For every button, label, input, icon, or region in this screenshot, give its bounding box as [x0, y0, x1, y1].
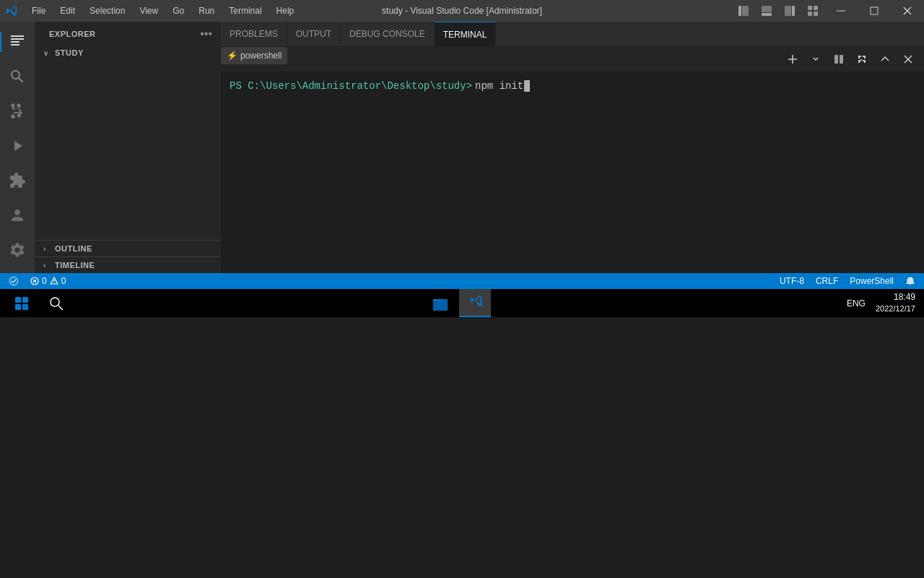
error-count: 0 — [42, 276, 47, 286]
new-terminal-button[interactable] — [783, 49, 803, 69]
timeline-chevron-icon: › — [43, 262, 55, 269]
terminal-prompt: PS C:\Users\Administrator\Desktop\study> — [230, 78, 472, 94]
layout-icons — [732, 0, 824, 22]
outline-header[interactable]: › OUTLINE — [35, 241, 221, 256]
terminal-cursor — [524, 80, 530, 92]
sidebar-more-button[interactable]: ••• — [200, 27, 212, 40]
activity-run-debug[interactable] — [0, 129, 35, 163]
menu-terminal[interactable]: Terminal — [223, 3, 267, 19]
svg-rect-29 — [433, 299, 448, 311]
svg-point-27 — [51, 298, 59, 306]
menu-file[interactable]: File — [26, 3, 51, 19]
outline-chevron-icon: › — [43, 245, 55, 253]
status-bar: 0 0 UTF-8 CRLF PowerShell — [0, 273, 924, 289]
line-ending-indicator[interactable]: CRLF — [813, 273, 841, 289]
svg-rect-14 — [834, 55, 838, 64]
terminal-toolbar: ⚡ powershell — [221, 47, 924, 72]
toggle-secondary-sidebar-icon[interactable] — [778, 0, 801, 22]
activity-search[interactable] — [0, 59, 35, 94]
svg-rect-2 — [762, 6, 772, 12]
activity-source-control[interactable] — [0, 94, 35, 129]
menu-selection[interactable]: Selection — [84, 3, 131, 19]
svg-rect-6 — [808, 6, 812, 10]
outline-title: OUTLINE — [55, 244, 92, 253]
svg-rect-1 — [742, 6, 749, 16]
powershell-instance[interactable]: ⚡ powershell — [221, 47, 287, 64]
terminal-instances: ⚡ powershell — [221, 47, 292, 72]
split-terminal-button[interactable] — [829, 49, 849, 69]
minimize-button[interactable] — [824, 0, 858, 22]
folder-name: STUDY — [55, 48, 84, 57]
notification-bell[interactable] — [902, 273, 918, 289]
activity-bar — [0, 22, 35, 273]
system-tray-lang[interactable]: ENG — [844, 296, 868, 311]
encoding-indicator[interactable]: UTF-8 — [777, 273, 807, 289]
svg-rect-24 — [22, 297, 28, 303]
activity-settings[interactable] — [0, 233, 35, 267]
timeline-title: TIMELINE — [55, 261, 95, 269]
tab-terminal[interactable]: TERMINAL — [435, 22, 497, 46]
kill-terminal-button[interactable] — [852, 49, 872, 69]
remote-indicator[interactable] — [6, 273, 22, 289]
terminal-dropdown-button[interactable] — [806, 49, 826, 69]
sidebar: EXPLORER ••• ∨ STUDY › OUTLINE › TIMELIN… — [35, 22, 221, 273]
date-label: 2022/12/17 — [876, 303, 915, 314]
taskbar-file-explorer[interactable] — [424, 289, 456, 317]
taskbar-center — [424, 289, 491, 317]
start-button[interactable] — [6, 289, 38, 317]
svg-rect-11 — [871, 7, 878, 14]
powershell-label: powershell — [240, 51, 282, 61]
svg-rect-4 — [785, 6, 791, 16]
titlebar-left: File Edit Selection View Go Run Terminal… — [6, 3, 300, 19]
tab-output[interactable]: OUTPUT — [287, 22, 341, 46]
time-label: 18:49 — [876, 291, 915, 303]
menu-view[interactable]: View — [134, 3, 164, 19]
svg-rect-0 — [738, 6, 741, 16]
close-button[interactable] — [891, 0, 924, 22]
tab-problems[interactable]: PROBLEMS — [221, 22, 287, 46]
timeline-section: › TIMELINE — [35, 256, 221, 273]
language-indicator[interactable]: PowerShell — [847, 273, 897, 289]
svg-line-28 — [58, 306, 63, 310]
errors-indicator[interactable]: 0 0 — [27, 273, 69, 289]
encoding-label: UTF-8 — [780, 276, 804, 286]
svg-rect-15 — [840, 55, 843, 64]
powershell-icon: ⚡ — [227, 51, 237, 61]
svg-rect-7 — [814, 6, 818, 10]
svg-rect-23 — [15, 297, 21, 303]
toggle-primary-sidebar-icon[interactable] — [732, 0, 755, 22]
menu-run[interactable]: Run — [193, 3, 220, 19]
folder-study[interactable]: ∨ STUDY — [35, 45, 221, 61]
close-panel-button[interactable] — [898, 49, 918, 69]
taskbar-vscode[interactable] — [459, 289, 491, 317]
menu-go[interactable]: Go — [167, 3, 190, 19]
terminal-command: npm init — [475, 78, 523, 94]
line-ending-label: CRLF — [816, 276, 838, 286]
maximize-panel-button[interactable] — [875, 49, 895, 69]
svg-rect-8 — [808, 12, 812, 16]
menu-help[interactable]: Help — [271, 3, 300, 19]
vscode-logo-icon — [6, 5, 17, 17]
restore-button[interactable] — [858, 0, 891, 22]
timeline-header[interactable]: › TIMELINE — [35, 257, 221, 273]
activity-extensions[interactable] — [0, 163, 35, 198]
titlebar: File Edit Selection View Go Run Terminal… — [0, 0, 924, 22]
window-title: study - Visual Studio Code [Administrato… — [382, 6, 542, 16]
menu-edit[interactable]: Edit — [54, 3, 81, 19]
menu-bar: File Edit Selection View Go Run Terminal… — [26, 3, 300, 19]
svg-rect-5 — [792, 6, 795, 16]
tab-debug-console[interactable]: DEBUG CONSOLE — [341, 22, 435, 46]
language-label: PowerShell — [850, 276, 894, 286]
sidebar-header: EXPLORER ••• — [35, 22, 221, 45]
search-button[interactable] — [40, 289, 72, 317]
toggle-panel-icon[interactable] — [755, 0, 778, 22]
activity-explorer[interactable] — [0, 25, 35, 59]
explorer-tree: ∨ STUDY — [35, 45, 221, 240]
svg-rect-10 — [837, 11, 845, 12]
activity-account[interactable] — [0, 198, 35, 233]
system-tray-clock[interactable]: 18:49 2022/12/17 — [873, 296, 918, 311]
customize-layout-icon[interactable] — [801, 0, 824, 22]
terminal-content[interactable]: PS C:\Users\Administrator\Desktop\study>… — [221, 72, 924, 273]
outline-section: › OUTLINE — [35, 240, 221, 256]
panel-tab-bar: PROBLEMS OUTPUT DEBUG CONSOLE TERMINAL — [221, 22, 924, 47]
